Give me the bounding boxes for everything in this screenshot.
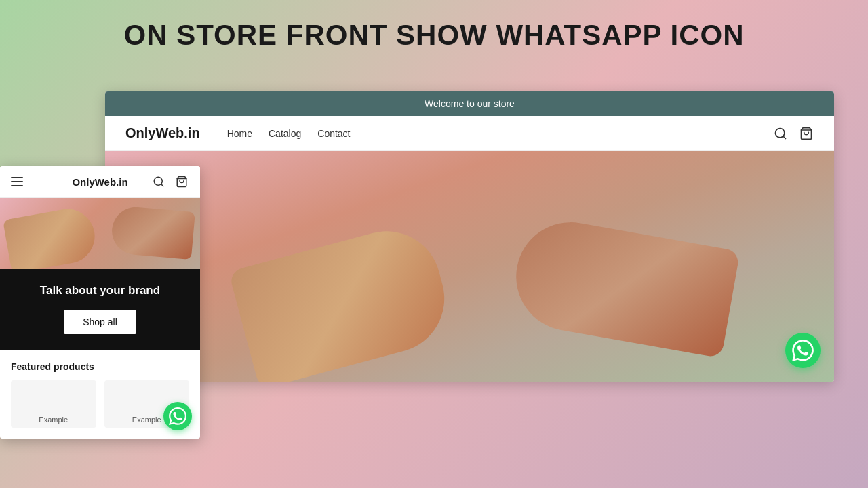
product-label-2: Example	[132, 415, 161, 424]
nav-link-catalog[interactable]: Catalog	[269, 128, 301, 139]
mobile-cart-icon[interactable]	[174, 174, 189, 189]
search-icon[interactable]	[773, 126, 788, 141]
desktop-nav-links: Home Catalog Contact	[227, 128, 773, 139]
whatsapp-button-desktop[interactable]	[785, 333, 821, 368]
desktop-mockup: Welcome to our store OnlyWeb.in Home Cat…	[105, 92, 834, 382]
whatsapp-button-mobile[interactable]	[163, 402, 192, 430]
mobile-mockup: OnlyWeb.in Talk about your brand Shop al…	[0, 166, 200, 439]
mobile-search-icon[interactable]	[151, 174, 166, 189]
mobile-hero-heading: Talk about your brand	[11, 283, 189, 299]
hamburger-line-2	[11, 181, 23, 182]
featured-products-title: Featured products	[11, 361, 189, 372]
product-grid: Example Example	[11, 380, 189, 428]
desktop-logo: OnlyWeb.in	[125, 125, 200, 141]
hamburger-icon[interactable]	[11, 177, 23, 186]
product-card-1[interactable]: Example	[11, 380, 96, 428]
mobile-hero-text: Talk about your brand Shop all	[0, 269, 200, 350]
svg-line-1	[783, 136, 786, 138]
hamburger-line-3	[11, 185, 23, 186]
svg-line-4	[161, 184, 163, 186]
mobile-nav-icons	[151, 174, 189, 189]
hamburger-line-1	[11, 177, 23, 178]
desktop-nav: OnlyWeb.in Home Catalog Contact	[105, 116, 834, 151]
announcement-bar: Welcome to our store	[105, 92, 834, 116]
nav-link-home[interactable]: Home	[227, 128, 252, 139]
nav-link-contact[interactable]: Contact	[317, 128, 350, 139]
product-label-1: Example	[39, 415, 68, 424]
shop-all-button[interactable]: Shop all	[64, 310, 136, 334]
mobile-logo: OnlyWeb.in	[72, 176, 127, 188]
cart-icon[interactable]	[799, 126, 814, 141]
desktop-nav-icons	[773, 126, 814, 141]
mobile-hero-image	[0, 198, 200, 269]
desktop-hero	[105, 151, 834, 382]
mobile-nav: OnlyWeb.in	[0, 166, 200, 198]
mobile-hand-left	[3, 205, 99, 269]
mobile-hand-right	[110, 205, 195, 260]
page-title: ON STORE FRONT SHOW WHATSAPP ICON	[0, 0, 868, 65]
